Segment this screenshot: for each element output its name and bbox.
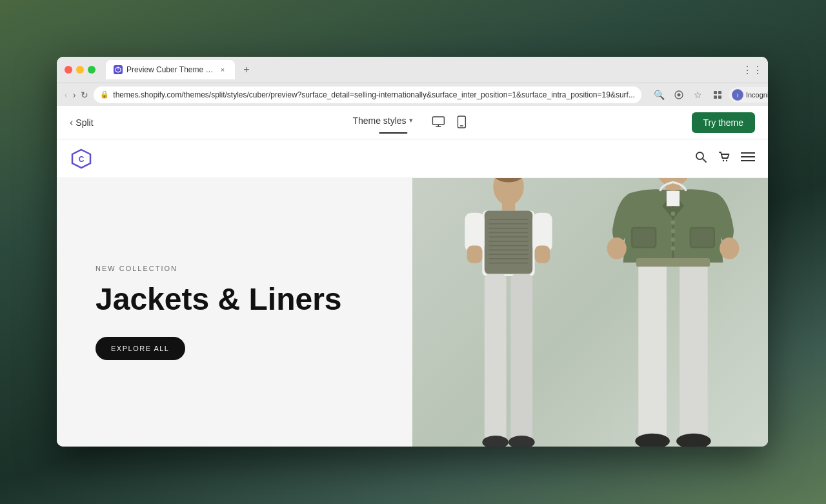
hero-section: NEW COLLECTION Jackets & Liners EXPLORE … [57, 178, 768, 447]
svg-point-63 [720, 237, 739, 259]
bookmark-icon[interactable]: ☆ [690, 87, 706, 103]
chevron-down-icon: ▾ [409, 116, 413, 125]
svg-point-55 [671, 212, 676, 216]
toolbar-center: Theme styles ▾ [352, 112, 472, 134]
site-cart-icon[interactable] [718, 150, 730, 166]
svg-point-59 [671, 246, 676, 250]
explore-all-button[interactable]: EXPLORE ALL [96, 337, 185, 360]
site-header: C [57, 139, 768, 178]
lens-icon[interactable] [671, 87, 687, 103]
svg-rect-64 [638, 260, 667, 447]
browser-window: Preview Cuber Theme - Split E × + ⋮⋮ ‹ ›… [57, 57, 768, 447]
svg-rect-28 [485, 210, 532, 274]
device-toggle [428, 112, 472, 132]
address-bar-row: ‹ › ↻ 🔒 themes.shopify.com/themes/split/… [57, 83, 768, 106]
svg-rect-45 [510, 274, 532, 447]
svg-point-57 [671, 229, 676, 234]
desktop-view-button[interactable] [428, 112, 449, 132]
svg-rect-4 [714, 91, 717, 94]
svg-rect-65 [680, 260, 708, 447]
new-tab-button[interactable]: + [237, 61, 256, 79]
svg-text:C: C [79, 155, 85, 164]
reload-button[interactable]: ↻ [81, 87, 88, 103]
profile-name: Incognito [746, 91, 768, 99]
hero-left-panel: NEW COLLECTION Jackets & Liners EXPLORE … [57, 178, 412, 447]
svg-point-62 [607, 237, 627, 259]
theme-styles-selector[interactable]: Theme styles ▾ [352, 116, 412, 126]
theme-styles-text: Theme styles [352, 116, 406, 126]
svg-rect-10 [433, 117, 445, 125]
extension-icon[interactable] [710, 87, 725, 103]
svg-rect-5 [718, 91, 721, 94]
svg-rect-61 [690, 228, 714, 247]
svg-rect-6 [714, 96, 717, 99]
back-chevron-icon: ‹ [70, 117, 73, 128]
model-container [412, 178, 768, 447]
site-preview: C [57, 139, 768, 447]
browser-toolbar-right: 🔍 ☆ I [652, 87, 768, 103]
svg-point-3 [677, 93, 680, 96]
minimize-traffic-light[interactable] [76, 66, 84, 74]
svg-point-56 [671, 220, 676, 225]
maximize-traffic-light[interactable] [88, 66, 96, 74]
svg-rect-7 [718, 96, 721, 99]
close-traffic-light[interactable] [65, 66, 72, 74]
search-toolbar-icon[interactable]: 🔍 [652, 87, 667, 103]
theme-name-label: Split [76, 117, 93, 128]
site-logo: C [70, 147, 93, 170]
svg-point-20 [726, 160, 727, 161]
back-button[interactable]: ‹ [65, 87, 68, 103]
tab-close-button[interactable]: × [218, 65, 227, 74]
tab-bar: Preview Cuber Theme - Split E × + [106, 60, 740, 79]
model-right [592, 178, 754, 447]
cast-icon: ⋮⋮ [745, 62, 760, 77]
preview-toolbar: ‹ Split Theme styles ▾ [57, 106, 768, 139]
try-theme-button[interactable]: Try theme [692, 112, 756, 133]
chrome-controls: ⋮⋮ [745, 62, 760, 77]
mobile-view-button[interactable] [452, 112, 472, 132]
active-tab-underline [379, 132, 407, 134]
svg-rect-60 [632, 228, 656, 247]
chrome-titlebar: Preview Cuber Theme - Split E × + ⋮⋮ [57, 57, 768, 83]
collection-label: NEW COLLECTION [96, 265, 374, 272]
tab-title: Preview Cuber Theme - Split E [126, 65, 214, 74]
back-to-themes-button[interactable]: ‹ Split [70, 117, 94, 128]
svg-rect-66 [636, 258, 710, 267]
svg-rect-43 [535, 246, 550, 263]
svg-line-18 [703, 159, 706, 162]
security-lock-icon: 🔒 [100, 90, 109, 99]
hero-right-panel [412, 178, 768, 447]
svg-rect-42 [467, 246, 483, 263]
svg-point-58 [671, 237, 676, 242]
svg-rect-44 [485, 274, 507, 447]
model-left [441, 178, 576, 447]
svg-point-17 [696, 152, 703, 159]
traffic-lights [65, 66, 96, 74]
url-text: themes.shopify.com/themes/split/styles/c… [113, 90, 635, 99]
address-bar[interactable]: 🔒 themes.shopify.com/themes/split/styles… [94, 86, 641, 103]
tab-favicon [114, 65, 123, 74]
site-search-icon[interactable] [694, 150, 707, 166]
svg-rect-53 [667, 191, 680, 207]
svg-text:I: I [737, 92, 739, 99]
hero-title: Jackets & Liners [96, 283, 374, 317]
profile-avatar: I [732, 89, 743, 101]
profile-chip[interactable]: I Incognito [729, 87, 768, 103]
site-header-icons [694, 150, 755, 166]
browser-content: C [57, 139, 768, 447]
site-menu-icon[interactable] [741, 152, 755, 165]
active-tab[interactable]: Preview Cuber Theme - Split E × [106, 60, 235, 79]
forward-button[interactable]: › [73, 87, 76, 103]
svg-point-19 [723, 160, 724, 161]
